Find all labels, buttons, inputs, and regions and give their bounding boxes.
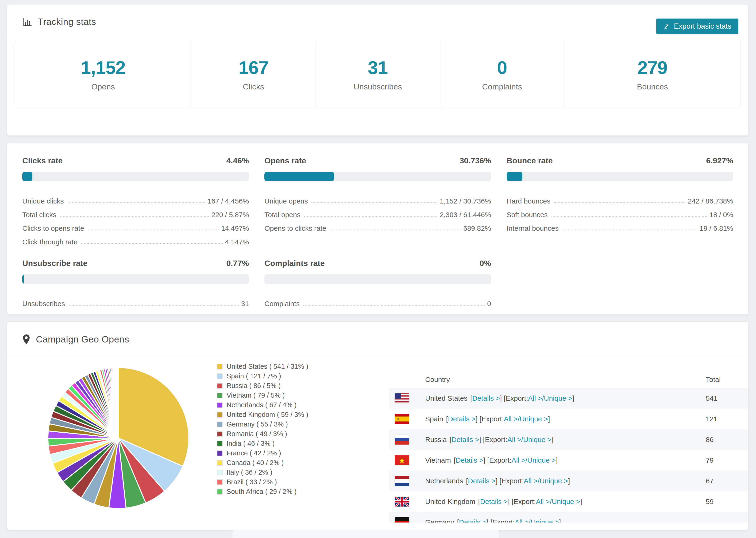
gb-flag-icon [395,497,409,507]
table-row: United Kingdom[Details >] [Export: All >… [389,491,748,512]
legend-swatch [217,451,223,456]
rate-row-value: 19 / 6.81% [700,224,733,232]
legend-swatch [217,479,223,485]
progress-fill [22,172,32,181]
export-all-link[interactable]: All > [528,394,542,402]
legend-swatch [217,460,223,466]
export-unique-link[interactable]: Unique > [519,415,548,423]
rate-row-label: Opens to clicks rate [264,224,326,232]
legend-item: India ( 46 / 3% ) [217,439,308,448]
rate-row: Click through rate4.147% [22,232,249,246]
stat-value: 279 [637,57,667,79]
total-value: 86 [706,436,748,444]
rate-row-value: 2,303 / 61.446% [440,211,491,219]
progress-fill [507,172,522,181]
map-pin-icon [22,334,30,345]
details-link[interactable]: Details > [468,477,496,485]
rate-row: Unique clicks167 / 4.456% [22,191,249,205]
bracket: [ [470,394,472,402]
pie-slice [118,368,118,438]
link-separator: / [542,394,544,402]
geo-pie-chart [43,363,193,513]
export-all-link[interactable]: All > [536,498,550,506]
bracket: ] [568,477,570,485]
details-link[interactable]: Details > [452,436,479,444]
legend-item: Netherlands ( 67 / 4% ) [217,400,308,410]
rate-row-value: 31 [241,300,249,308]
legend-swatch [217,441,223,447]
export-unique-link[interactable]: Unique > [531,518,559,522]
rate-rows: Unique clicks167 / 4.456%Total clicks220… [22,191,249,246]
rate-row-value: 0 [487,300,491,308]
legend-item: South Africa ( 29 / 2% ) [217,487,308,497]
bracket: [ [450,436,452,444]
rate-title: Opens rate [264,156,306,165]
rate-panel: Opens rate30.736%Unique opens1,152 / 30.… [264,156,491,246]
export-prefix: ] [Export: [500,394,528,402]
stat-value: 0 [497,57,507,79]
legend-item: Canada ( 40 / 2% ) [217,458,308,467]
details-link[interactable]: Details > [480,498,508,506]
legend-item: Spain ( 121 / 7% ) [217,371,308,381]
export-unique-link[interactable]: Unique > [523,436,552,444]
legend-label: Netherlands ( 67 / 4% ) [227,401,297,409]
country-name: Netherlands [425,477,463,485]
bracket: ] [580,498,582,506]
geo-title: Campaign Geo Opens [36,334,129,345]
rate-value: 0% [480,259,491,268]
legend-label: France ( 42 / 2% ) [227,449,281,457]
details-link[interactable]: Details > [456,456,483,464]
table-row: Vietnam[Details >] [Export: All > / Uniq… [389,450,748,471]
dotted-leader [562,230,697,230]
export-unique-link[interactable]: Unique > [552,498,580,506]
legend-item: Italy ( 36 / 2% ) [217,467,308,477]
export-all-link[interactable]: All > [524,477,538,485]
details-link[interactable]: Details > [448,415,476,423]
export-all-link[interactable]: All > [504,415,518,423]
export-prefix: ] [Export: [486,518,514,522]
dotted-leader [311,202,437,203]
table-row: Spain[Details >] [Export: All > / Unique… [389,409,748,429]
geo-table-header: Country Total [389,371,748,388]
export-prefix: ] [Export: [476,415,504,423]
legend-label: United States ( 541 / 31% ) [227,363,308,370]
export-all-link[interactable]: All > [507,436,521,444]
details-link[interactable]: Details > [459,518,487,522]
page: Tracking stats Export basic stats 1,152O… [0,0,756,538]
legend-item: France ( 42 / 2% ) [217,448,308,458]
bracket: ] [552,436,553,444]
legend-swatch [217,383,223,389]
tracking-stats-card: Tracking stats Export basic stats 1,152O… [7,4,748,136]
export-unique-link[interactable]: Unique > [540,477,568,485]
export-unique-link[interactable]: Unique > [544,394,572,402]
rate-title: Clicks rate [22,156,63,165]
es-flag-icon [395,414,409,424]
rate-row-label: Complaints [264,300,299,308]
rate-row-label: Click through rate [22,238,78,246]
export-all-link[interactable]: All > [514,518,528,522]
table-row: Netherlands[Details >] [Export: All > / … [389,471,748,491]
country-cell: United States[Details >] [Export: All > … [389,394,706,403]
export-unique-link[interactable]: Unique > [527,456,556,464]
rate-value: 30.736% [459,156,491,165]
details-link[interactable]: Details > [472,394,500,402]
rate-row-value: 4.147% [225,238,249,246]
progress-bar [507,172,733,181]
legend-label: India ( 46 / 3% ) [227,440,275,447]
export-all-link[interactable]: All > [512,456,525,464]
table-row: Russia[Details >] [Export: All > / Uniqu… [389,429,748,450]
rate-row-label: Internal bounces [507,224,559,232]
legend-label: United Kingdom ( 59 / 3% ) [227,411,308,418]
export-basic-stats-button[interactable]: Export basic stats [656,19,738,34]
dotted-leader [554,202,685,203]
us-flag-icon [395,394,409,403]
rate-panel-header: Clicks rate4.46% [22,156,249,165]
geo-legend: United States ( 541 / 31% )Spain ( 121 /… [217,362,308,497]
rates-grid: Clicks rate4.46%Unique clicks167 / 4.456… [7,143,748,321]
de-flag-icon [395,517,409,522]
rate-value: 0.77% [226,259,249,268]
legend-label: Germany ( 55 / 3% ) [227,420,288,428]
progress-bar [264,172,491,181]
bracket: ] [548,415,550,423]
rate-row-value: 18 / 0% [709,211,733,219]
